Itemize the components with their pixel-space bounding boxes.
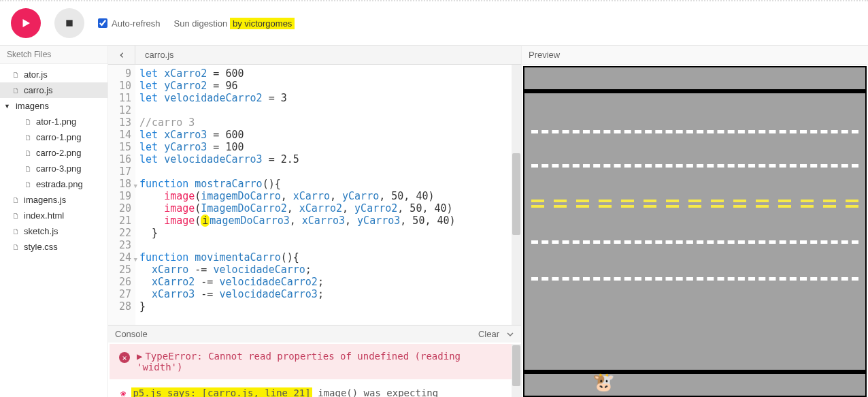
line-number: 22 [108, 227, 131, 239]
file-name: ator-1.png [36, 116, 76, 127]
file-item[interactable]: 🗋carro.js [0, 82, 107, 98]
file-item[interactable]: 🗋index.html [0, 208, 107, 223]
line-number: 24 [108, 251, 131, 264]
editor-tabs: carro.js [108, 46, 521, 65]
file-icon: 🗋 [24, 149, 32, 157]
editor-scrollbar[interactable] [512, 65, 521, 325]
line-number: 15 [108, 141, 131, 153]
code-line[interactable]: } [139, 300, 517, 313]
preview-canvas: 🐮 [523, 66, 867, 397]
file-name: imagens.js [24, 195, 66, 205]
editor-area: carro.js 9101112131415161718192021222324… [108, 45, 521, 397]
console-body: ✕ ▶TypeError: Cannot read properties of … [108, 344, 521, 397]
file-name: carro.js [24, 85, 53, 95]
file-icon: 🗋 [24, 118, 32, 126]
chevron-down-icon[interactable] [506, 330, 514, 338]
play-button[interactable] [11, 8, 41, 38]
code-line[interactable]: xCarro -= velocidadeCarro; [139, 264, 517, 276]
lane-divider [531, 240, 858, 244]
preview-header: Preview [522, 46, 868, 65]
console-error-row: ✕ ▶TypeError: Cannot read properties of … [110, 344, 520, 379]
file-name: carro-3.png [36, 163, 81, 174]
code-line[interactable]: function movimentaCarro(){ [139, 251, 517, 264]
file-name: carro-1.png [36, 132, 81, 142]
file-item[interactable]: 🗋imagens.js [0, 192, 107, 208]
sidebar-header: Sketch Files [0, 46, 107, 64]
folder-item[interactable]: imagens [0, 98, 107, 114]
line-number: 26 [108, 276, 131, 288]
code-line[interactable]: image(imagemDoCarro3, xCarro3, yCarro3, … [139, 215, 517, 227]
code-line[interactable]: xCarro3 -= velocidadeCarro3; [139, 288, 517, 300]
file-sidebar: Sketch Files 🗋ator.js🗋carro.jsimagens🗋at… [0, 45, 108, 397]
file-name: sketch.js [24, 226, 59, 236]
file-icon: 🗋 [12, 196, 20, 204]
code-editor[interactable]: 910111213141516171819202122232425262728 … [108, 65, 521, 325]
line-number: 23 [108, 239, 131, 251]
code-line[interactable] [139, 104, 517, 116]
tab-active-file[interactable]: carro.js [135, 46, 184, 63]
file-item[interactable]: 🗋ator.js [0, 67, 107, 82]
center-line [531, 200, 858, 202]
play-icon [20, 17, 32, 29]
code-line[interactable]: let yCarro3 = 100 [139, 141, 517, 153]
file-item[interactable]: 🗋carro-2.png [0, 145, 107, 161]
lane-divider [531, 164, 858, 168]
toolbar: Auto-refresh Sun digestion by victorgome… [0, 1, 868, 45]
line-number: 27 [108, 288, 131, 300]
file-name: estrada.png [36, 179, 83, 189]
flower-icon: ❀ [120, 387, 126, 397]
line-number: 21 [108, 215, 131, 227]
file-icon: 🗋 [12, 71, 20, 79]
line-number: 17 [108, 165, 131, 178]
code-line[interactable]: image(ImagemDoCarro2, xCarro2, yCarro2, … [139, 202, 517, 215]
road-shoulder-bottom [524, 370, 865, 396]
line-number: 9 [108, 67, 131, 80]
file-icon: 🗋 [24, 133, 32, 142]
console-title: Console [115, 329, 148, 339]
console-clear-button[interactable]: Clear [478, 329, 499, 339]
code-line[interactable]: let velocidadeCarro3 = 2.5 [139, 153, 517, 165]
line-number: 10 [108, 80, 131, 92]
console-message-text: p5.js says: [carro.js, line 21] image() … [131, 387, 438, 397]
file-item[interactable]: 🗋style.css [0, 239, 107, 255]
lane-divider [531, 277, 858, 281]
code-body[interactable]: let xCarro2 = 600let yCarro2 = 96let vel… [135, 65, 521, 325]
file-item[interactable]: 🗋estrada.png [0, 176, 107, 192]
code-line[interactable]: } [139, 227, 517, 239]
sketch-author[interactable]: by victorgomes [230, 18, 295, 29]
error-icon: ✕ [119, 352, 130, 363]
auto-refresh-toggle[interactable]: Auto-refresh [98, 18, 161, 29]
code-line[interactable]: image(imagemDoCarro, xCarro, yCarro, 50,… [139, 190, 517, 202]
stop-button[interactable] [54, 8, 84, 38]
code-line[interactable]: let yCarro2 = 96 [139, 80, 517, 92]
file-item[interactable]: 🗋carro-3.png [0, 161, 107, 176]
file-name: carro-2.png [36, 148, 81, 158]
code-line[interactable] [139, 165, 517, 178]
auto-refresh-checkbox[interactable] [98, 18, 107, 28]
lane-divider [531, 130, 858, 133]
sketch-title: Sun digestion by victorgomes [174, 18, 295, 29]
line-number: 25 [108, 264, 131, 276]
console: Console Clear ✕ ▶TypeError: Cannot read … [108, 325, 521, 397]
console-header: Console Clear [108, 325, 521, 343]
file-list: 🗋ator.js🗋carro.jsimagens🗋ator-1.png🗋carr… [0, 64, 107, 257]
code-line[interactable] [139, 239, 517, 251]
file-icon: 🗋 [12, 86, 20, 95]
collapse-sidebar-button[interactable] [108, 46, 135, 64]
stop-icon [65, 18, 74, 28]
console-scroll-thumb[interactable] [512, 345, 520, 386]
code-line[interactable]: xCarro2 -= velocidadeCarro2; [139, 276, 517, 288]
file-item[interactable]: 🗋ator-1.png [0, 114, 107, 129]
console-scrollbar[interactable] [512, 344, 521, 397]
code-line[interactable]: function mostraCarro(){ [139, 178, 517, 190]
editor-scroll-thumb[interactable] [512, 153, 520, 235]
file-icon: 🗋 [24, 180, 32, 189]
file-item[interactable]: 🗋carro-1.png [0, 129, 107, 145]
code-line[interactable]: //carro 3 [139, 116, 517, 129]
console-message-row: ❀ p5.js says: [carro.js, line 21] image(… [108, 381, 521, 397]
code-line[interactable]: let xCarro3 = 600 [139, 129, 517, 141]
code-line[interactable]: let xCarro2 = 600 [139, 67, 517, 80]
code-line[interactable]: let velocidadeCarro2 = 3 [139, 92, 517, 104]
file-item[interactable]: 🗋sketch.js [0, 223, 107, 239]
line-number: 13 [108, 116, 131, 129]
